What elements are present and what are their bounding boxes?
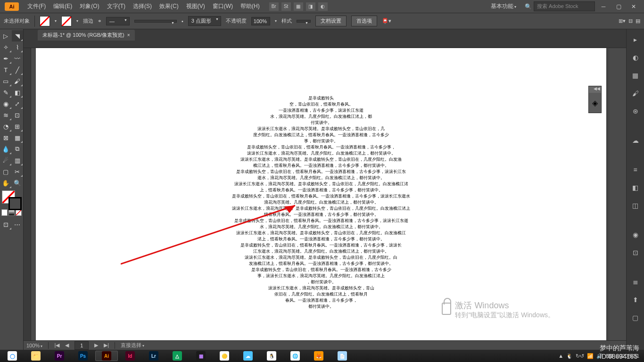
screen-mode-tool[interactable]: ⊡	[0, 219, 12, 230]
direct-selection-tool[interactable]: ◥	[12, 30, 24, 41]
navigator-panel-collapsed[interactable]: ◀◀ ◈	[588, 86, 602, 113]
tray-ime-icon[interactable]: ⌨	[606, 353, 613, 359]
menu-object[interactable]: 对象(O)	[76, 2, 103, 10]
navigator-icon[interactable]: ◈	[589, 93, 601, 113]
zoom-level[interactable]: 100%	[26, 343, 42, 348]
graphic-style[interactable]	[297, 20, 311, 23]
graph-tool[interactable]: ▥	[12, 155, 24, 166]
stroke-swatch[interactable]	[61, 16, 72, 26]
symbols-panel-icon[interactable]: ⊛	[630, 106, 641, 117]
stroke-profile[interactable]	[134, 20, 177, 23]
menu-type[interactable]: 文字(T)	[103, 2, 129, 10]
taskbar-premiere[interactable]: Pr	[48, 351, 71, 361]
tray-network-icon[interactable]: 📶	[587, 353, 594, 359]
transform-icon[interactable]: ⊟	[628, 18, 633, 24]
scale-tool[interactable]: ⤢	[12, 98, 24, 109]
cloud-icon[interactable]: ◐	[318, 2, 328, 11]
lasso-tool[interactable]: ⌇	[12, 41, 24, 53]
menu-help[interactable]: 帮助(H)	[237, 2, 264, 10]
artboard-nav-next[interactable]: ▶	[94, 342, 98, 348]
align-icon[interactable]: ⊞▾	[619, 18, 626, 24]
color-picker[interactable]	[0, 189, 23, 209]
tray-volume-icon[interactable]: 🔊	[596, 353, 603, 359]
search-input[interactable]: 搜索 Adobe Stock	[534, 1, 595, 11]
selection-tool[interactable]: ▷	[0, 30, 12, 41]
doc-tab[interactable]: 未标题-1* @ 100% (RGB/像素预览) ×	[38, 30, 135, 41]
layers-panel-icon[interactable]: ≣	[630, 276, 641, 288]
color-mode-gradient[interactable]	[8, 209, 15, 216]
window-restore[interactable]: ▢	[612, 2, 625, 11]
symbol-sprayer-tool[interactable]: ☄	[0, 155, 12, 166]
eyedropper-tool[interactable]: 💧	[0, 143, 12, 155]
taskbar-lightroom[interactable]: Lr	[142, 351, 165, 361]
taskbar-encoder[interactable]: ▦	[190, 351, 212, 361]
menu-effect[interactable]: 效果(C)	[156, 2, 182, 10]
menu-file[interactable]: 文件(F)	[24, 2, 50, 10]
curvature-tool[interactable]: 〰	[12, 53, 24, 64]
taskbar-illustrator[interactable]: Ai	[95, 351, 118, 361]
stroke-weight[interactable]: —	[106, 17, 130, 25]
taskbar-indesign[interactable]: Id	[119, 351, 141, 361]
current-tool-label[interactable]: 直接选择	[121, 342, 144, 349]
menu-view[interactable]: 视图(V)	[182, 2, 209, 10]
properties-panel-icon[interactable]: ▸	[630, 34, 641, 45]
brushes-panel-icon[interactable]: 🖌	[630, 88, 641, 99]
preferences-button[interactable]: 首选项	[351, 16, 377, 26]
rectangle-tool[interactable]: ▭	[0, 75, 12, 87]
tray-date[interactable]: 2020/5/31	[616, 353, 639, 359]
tab-close-icon[interactable]: ×	[127, 33, 130, 38]
artboard-nav-first[interactable]: |◀	[54, 342, 59, 348]
width-tool[interactable]: ≋	[0, 109, 12, 121]
color-mode-solid[interactable]	[1, 209, 8, 216]
slice-tool[interactable]: ✂	[12, 166, 24, 177]
artboard[interactable]: 是非成败转头空，青山依旧在，惯看秋月春风。一壶浊酒喜相逢，古今多少事，滚滚长江东…	[36, 48, 606, 340]
pen-tool[interactable]: ✒	[0, 53, 12, 64]
type-tool[interactable]: T	[0, 64, 12, 75]
zoom-tool[interactable]: 🔍	[12, 177, 24, 189]
taskbar-qq[interactable]: 🐧	[260, 351, 283, 361]
paintbrush-tool[interactable]: 🖌	[12, 75, 24, 87]
transparency-panel-icon[interactable]: ◫	[630, 200, 641, 211]
stroke-panel-icon[interactable]: ≡	[630, 164, 641, 175]
line-tool[interactable]: ╱	[12, 64, 24, 75]
artboard-nav-last[interactable]: ▶|	[104, 342, 109, 348]
artboards-panel-icon[interactable]: ▢	[630, 312, 641, 323]
appearance-panel-icon[interactable]: ◉	[630, 229, 641, 240]
fill-swatch[interactable]	[40, 16, 50, 26]
menu-window[interactable]: 窗口(W)	[209, 2, 237, 10]
taskbar-app2[interactable]: ☁	[237, 351, 259, 361]
gpu-icon[interactable]: ◨	[306, 2, 315, 11]
taskbar-app1[interactable]: 🟡	[213, 351, 236, 361]
eraser-tool[interactable]: ◧	[12, 87, 24, 98]
free-transform-tool[interactable]: ⊡	[12, 109, 24, 121]
edit-toolbar[interactable]: ⋯	[12, 219, 24, 230]
taskbar-firefox[interactable]: 🦊	[307, 351, 330, 361]
area-type-object[interactable]: 是非成败转头空，青山依旧在，惯看秋月春风。一壶浊酒喜相逢，古今多少事，滚滚长江东…	[208, 95, 434, 310]
artboard-tool[interactable]: ▢	[0, 166, 12, 177]
artboard-number[interactable]: 1	[74, 341, 89, 350]
rotate-tool[interactable]: ◉	[0, 98, 12, 109]
navigator-collapse-icon[interactable]: ◀◀	[589, 86, 601, 93]
shape-builder-tool[interactable]: ◔	[0, 121, 12, 132]
stroke-color-icon[interactable]	[8, 197, 22, 210]
opacity-input[interactable]: 100%	[251, 17, 270, 25]
tray-sync-icon[interactable]: ↻↺	[576, 353, 584, 359]
blend-tool[interactable]: ⧉	[12, 143, 24, 155]
system-tray[interactable]: ▲ 🐧 ↻↺ 📶 🔊 ⌨ 2020/5/31	[558, 353, 643, 359]
brush-def[interactable]: 3 点圆形	[188, 16, 221, 26]
shaper-tool[interactable]: ✎	[0, 87, 12, 98]
panel-menu-icon[interactable]: ▤	[636, 18, 640, 24]
magic-wand-tool[interactable]: ✧	[0, 41, 12, 53]
hand-tool[interactable]: ✋	[0, 177, 12, 189]
taskbar-chrome[interactable]: 🌐	[284, 351, 306, 361]
taskbar-photoshop[interactable]: Ps	[72, 351, 94, 361]
arrange-icon[interactable]: ▦	[294, 2, 303, 11]
taskbar-browser[interactable]: ◯	[1, 351, 24, 361]
window-close[interactable]: ✕	[627, 2, 640, 11]
color-mode-none[interactable]	[16, 209, 22, 216]
taskbar-notes[interactable]: 📄	[331, 351, 354, 361]
canvas-viewport[interactable]: 是非成败转头空，青山依旧在，惯看秋月春风。一壶浊酒喜相逢，古今多少事，滚滚长江东…	[24, 41, 626, 340]
window-minimize[interactable]: ─	[597, 2, 610, 11]
tray-expand-icon[interactable]: ▲	[558, 353, 563, 359]
tray-qq-icon[interactable]: 🐧	[566, 353, 573, 359]
